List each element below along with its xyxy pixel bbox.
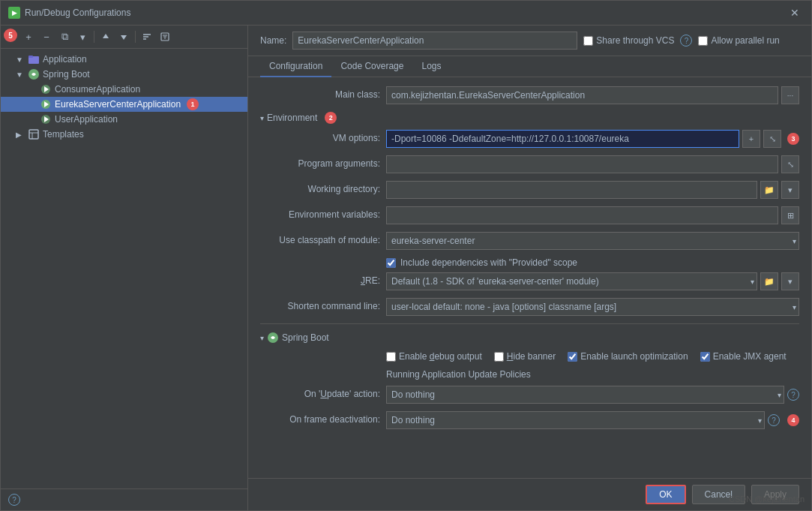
include-deps-checkbox[interactable]: [386, 258, 396, 268]
watermark: CSDN @kejizhentan: [729, 494, 805, 503]
on-frame-row: On frame deactivation: Do nothing Update…: [260, 411, 799, 429]
badge-2: 2: [325, 112, 337, 124]
expand-arrow-springboot: ▼: [16, 71, 25, 79]
vm-options-fullscreen-button[interactable]: ⤡: [763, 130, 781, 148]
close-button[interactable]: ✕: [786, 5, 804, 20]
arrow-down-icon: [119, 32, 128, 41]
main-class-label: Main class:: [260, 86, 380, 100]
move-down-button[interactable]: [115, 29, 132, 45]
jre-browse-button[interactable]: 📁: [760, 272, 778, 290]
hide-banner-item: Hide banner: [494, 351, 556, 362]
eureka-app-icon: [40, 98, 52, 110]
working-dir-dropdown-button[interactable]: ▾: [781, 181, 799, 199]
program-args-input[interactable]: [386, 155, 778, 173]
dialog-icon: ▶: [8, 7, 20, 19]
tree-item-user[interactable]: ▶ UserApplication: [1, 112, 247, 127]
hide-banner-checkbox[interactable]: [494, 352, 504, 362]
tree-label-springboot: Spring Boot: [43, 69, 90, 80]
tree-item-application[interactable]: ▼ Application: [1, 52, 247, 67]
main-class-row: Main class: ···: [260, 86, 799, 104]
allow-parallel-option: Allow parallel run: [698, 35, 779, 46]
main-class-browse-button[interactable]: ···: [781, 86, 799, 104]
vm-options-expand-button[interactable]: +: [742, 130, 760, 148]
on-frame-control: Do nothing Update classes and resources …: [386, 411, 799, 429]
tree-label-application: Application: [43, 54, 87, 65]
dialog-title: Run/Debug Configurations: [25, 8, 130, 18]
allow-parallel-checkbox[interactable]: [698, 36, 708, 46]
enable-debug-checkbox[interactable]: [386, 352, 396, 362]
program-args-row: Program arguments: ⤡: [260, 155, 799, 173]
tree-item-eureka[interactable]: ▶ EurekaServerCenterApplication 1: [1, 97, 247, 112]
shorten-cmd-select-wrap: user-local default: none - java [options…: [386, 298, 799, 316]
working-dir-browse-button[interactable]: 📁: [760, 181, 778, 199]
filter-button[interactable]: [157, 29, 173, 45]
shorten-cmd-select[interactable]: user-local default: none - java [options…: [386, 298, 799, 316]
spring-boot-arrow[interactable]: ▾: [260, 334, 264, 342]
on-update-select-wrap: Do nothing Update classes and resources …: [386, 386, 784, 404]
svg-rect-16: [29, 130, 38, 139]
working-dir-input[interactable]: [386, 181, 757, 199]
vm-options-input[interactable]: [386, 130, 739, 148]
tabs-bar: Configuration Code Coverage Logs: [248, 56, 811, 77]
tab-logs[interactable]: Logs: [412, 56, 450, 77]
run-debug-configurations-dialog: ▶ Run/Debug Configurations ✕ 5 + − ⧉ ▾: [0, 0, 812, 511]
shorten-cmd-control: user-local default: none - java [options…: [386, 298, 799, 316]
sort-button[interactable]: [139, 29, 155, 45]
classpath-select-wrap: eureka-server-center ▾: [386, 232, 799, 250]
left-bottom-help: ?: [1, 488, 247, 510]
filter-icon: [160, 32, 169, 41]
program-args-expand-button[interactable]: ⤡: [781, 155, 799, 173]
tree-item-springboot[interactable]: ▼ Spring Boot: [1, 67, 247, 82]
config-menu-button[interactable]: ▾: [74, 29, 91, 45]
tab-code-coverage[interactable]: Code Coverage: [331, 56, 412, 77]
classpath-select[interactable]: eureka-server-center: [386, 232, 799, 250]
jre-dropdown-button[interactable]: ▾: [781, 272, 799, 290]
move-up-button[interactable]: [97, 29, 114, 45]
spring-boot-section-title: Spring Boot: [282, 332, 329, 343]
spring-boot-section: ▾ Spring Boot Enable debug output: [260, 323, 799, 429]
remove-config-button[interactable]: −: [38, 29, 55, 45]
share-vcs-label: Share through VCS: [596, 35, 674, 46]
enable-debug-item: Enable debug output: [386, 351, 482, 362]
environment-arrow[interactable]: ▾: [260, 114, 264, 122]
on-frame-select[interactable]: Do nothing Update classes and resources …: [386, 411, 765, 429]
jre-select[interactable]: Default (1.8 - SDK of 'eureka-server-cen…: [386, 272, 757, 290]
tab-configuration[interactable]: Configuration: [260, 56, 331, 77]
environment-title: Environment: [267, 113, 317, 123]
on-frame-label: On frame deactivation:: [260, 411, 380, 425]
sort-icon: [142, 32, 151, 41]
tree-item-consumer[interactable]: ▶ ConsumerApplication: [1, 82, 247, 97]
title-bar-left: ▶ Run/Debug Configurations: [8, 7, 130, 19]
badge-4: 4: [787, 414, 799, 426]
on-update-select[interactable]: Do nothing Update classes and resources …: [386, 386, 784, 404]
help-icon-bottom[interactable]: ?: [8, 494, 20, 506]
toolbar-separator: [94, 31, 94, 43]
classpath-label: Use classpath of module:: [260, 232, 380, 245]
env-vars-browse-button[interactable]: ⊞: [781, 206, 799, 224]
right-panel: Name: Share through VCS ? Allow parallel…: [248, 26, 811, 510]
toolbar-separator2: [135, 31, 136, 43]
jre-row: JRE: Default (1.8 - SDK of 'eureka-serve…: [260, 272, 799, 290]
share-vcs-checkbox[interactable]: [583, 36, 593, 46]
name-label: Name:: [260, 35, 286, 46]
name-input[interactable]: [292, 32, 577, 50]
left-panel: 5 + − ⧉ ▾: [1, 26, 248, 510]
working-dir-label: Working directory:: [260, 181, 380, 194]
tree-area: ▼ Application ▼ Spring Boot: [1, 49, 247, 488]
running-policies-title: Running Application Update Policies: [260, 369, 799, 380]
on-frame-help-icon[interactable]: ?: [768, 414, 780, 426]
add-config-button[interactable]: +: [20, 29, 37, 45]
tree-item-templates[interactable]: ▶ Templates: [1, 127, 247, 142]
env-vars-input[interactable]: [386, 206, 778, 224]
working-dir-control: 📁 ▾: [386, 181, 799, 199]
ok-button[interactable]: OK: [646, 485, 685, 504]
copy-config-button[interactable]: ⧉: [56, 29, 73, 45]
enable-launch-checkbox[interactable]: [568, 352, 577, 362]
spring-boot-checkboxes: Enable debug output Hide banner Enable l…: [260, 351, 799, 362]
enable-jmx-checkbox[interactable]: [700, 352, 710, 362]
badge-3: 3: [787, 133, 799, 145]
on-update-help-icon[interactable]: ?: [787, 389, 799, 401]
enable-jmx-item: Enable JMX agent: [700, 351, 787, 362]
share-vcs-help-icon[interactable]: ?: [680, 35, 692, 47]
main-class-input[interactable]: [386, 86, 778, 104]
